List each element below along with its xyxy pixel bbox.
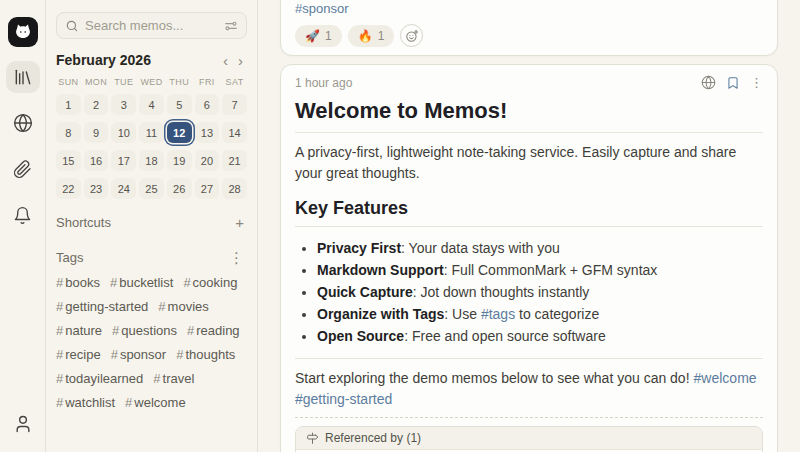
tag-item[interactable]: #welcome <box>125 395 186 410</box>
calendar-day[interactable]: 20 <box>195 150 220 171</box>
calendar-day[interactable]: 22 <box>56 178 81 199</box>
tag-item-label: welcome <box>134 395 185 410</box>
calendar-day[interactable]: 25 <box>139 178 164 199</box>
memo-card: 1 hour ago <box>280 64 778 452</box>
add-reaction-button[interactable] <box>400 24 423 47</box>
hash-icon: # <box>187 323 194 338</box>
calendar-day[interactable]: 26 <box>167 178 192 199</box>
avatar[interactable] <box>8 17 38 47</box>
outro-text: Start exploring the demo memos below to … <box>295 370 690 386</box>
memo-outro: Start exploring the demo memos below to … <box>295 368 763 410</box>
calendar-day[interactable]: 15 <box>56 150 81 171</box>
sidebar-item-explore[interactable] <box>6 107 40 139</box>
calendar-day[interactable]: 7 <box>222 94 247 115</box>
reaction-count: 1 <box>325 29 332 43</box>
library-icon <box>13 67 33 87</box>
feature-text: : Full CommonMark + GFM syntax <box>444 262 658 278</box>
calendar-day[interactable]: 12 <box>167 122 192 143</box>
tag-item[interactable]: #thoughts <box>176 347 235 362</box>
tag-item[interactable]: #movies <box>158 299 208 314</box>
profile-button[interactable] <box>6 408 40 440</box>
calendar-month-label: February 2026 <box>56 52 223 68</box>
hash-icon: # <box>110 275 117 290</box>
calendar-day[interactable]: 13 <box>195 122 220 143</box>
memo-menu-button[interactable]: ⋮ <box>750 75 763 90</box>
tag-item[interactable]: #recipe <box>56 347 101 362</box>
search-filter-icon[interactable] <box>224 19 238 33</box>
feature-name: Quick Capture <box>317 284 413 300</box>
tag-item[interactable]: #questions <box>112 323 177 338</box>
calendar-day[interactable]: 17 <box>111 150 136 171</box>
hash-icon: # <box>153 371 160 386</box>
tag-item-label: getting-started <box>65 299 148 314</box>
more-vertical-icon: ⋮ <box>750 75 763 90</box>
tag-item[interactable]: #getting-started <box>56 299 148 314</box>
tag-item[interactable]: #cooking <box>183 275 237 290</box>
calendar-day[interactable]: 10 <box>111 122 136 143</box>
sidebar-item-memos[interactable] <box>6 61 40 93</box>
nav-rail <box>0 0 46 452</box>
calendar-day[interactable]: 8 <box>56 122 81 143</box>
memo-tag-link[interactable]: #sponsor <box>295 1 348 16</box>
feature-text: to categorize <box>515 306 599 322</box>
feature-text: : Free and open source software <box>404 328 606 344</box>
reaction-pill[interactable]: 🔥1 <box>348 25 395 47</box>
weekday-label: WED <box>139 77 164 87</box>
calendar-day[interactable]: 16 <box>84 150 109 171</box>
memo-timestamp: 1 hour ago <box>295 76 701 90</box>
calendar-day[interactable]: 2 <box>84 94 109 115</box>
calendar-day[interactable]: 1 <box>56 94 81 115</box>
tag-link-getting-started[interactable]: #getting-started <box>295 391 392 407</box>
shortcuts-label: Shortcuts <box>56 215 232 230</box>
calendar-day[interactable]: 19 <box>167 150 192 171</box>
tag-link[interactable]: #tags <box>481 306 515 322</box>
smile-plus-icon <box>405 29 419 43</box>
tags-header: Tags ⋮ <box>56 250 247 265</box>
bookmark-button[interactable] <box>726 76 740 90</box>
tag-item[interactable]: #books <box>56 275 100 290</box>
calendar-day[interactable]: 9 <box>84 122 109 143</box>
feature-text: : Use <box>444 306 481 322</box>
calendar-day[interactable]: 4 <box>139 94 164 115</box>
calendar-day[interactable]: 27 <box>195 178 220 199</box>
tag-item-label: bucketlist <box>119 275 173 290</box>
calendar-day[interactable]: 6 <box>195 94 220 115</box>
referenced-by-box: Referenced by (1) cookie 🍪 The Perfect C… <box>295 426 763 452</box>
calendar-day[interactable]: 23 <box>84 178 109 199</box>
tag-item[interactable]: #todayilearned <box>56 371 143 386</box>
search-box[interactable] <box>56 12 247 39</box>
tag-item[interactable]: #reading <box>187 323 240 338</box>
search-input[interactable] <box>85 18 218 33</box>
sidebar-item-attachments[interactable] <box>6 153 40 185</box>
calendar-day[interactable]: 18 <box>139 150 164 171</box>
visibility-public-button[interactable] <box>701 75 716 90</box>
tags-menu-button[interactable]: ⋮ <box>226 250 247 265</box>
calendar-day[interactable]: 21 <box>222 150 247 171</box>
calendar-day[interactable]: 5 <box>167 94 192 115</box>
tag-item-label: reading <box>196 323 239 338</box>
calendar-day[interactable]: 24 <box>111 178 136 199</box>
tag-item[interactable]: #sponsor <box>111 347 166 362</box>
tag-item[interactable]: #bucketlist <box>110 275 173 290</box>
tag-item[interactable]: #nature <box>56 323 102 338</box>
tag-item-label: todayilearned <box>65 371 143 386</box>
globe-icon <box>13 113 33 133</box>
bell-icon <box>13 206 32 225</box>
tag-item[interactable]: #travel <box>153 371 194 386</box>
tag-link-welcome[interactable]: #welcome <box>694 370 757 386</box>
hash-icon: # <box>176 347 183 362</box>
calendar-next-button[interactable]: › <box>238 53 243 68</box>
weekday-label: SAT <box>222 77 247 87</box>
tag-item[interactable]: #watchlist <box>56 395 115 410</box>
weekday-label: TUE <box>111 77 136 87</box>
calendar-day[interactable]: 28 <box>222 178 247 199</box>
tag-item-label: travel <box>163 371 195 386</box>
calendar-day[interactable]: 3 <box>111 94 136 115</box>
calendar-prev-button[interactable]: ‹ <box>223 53 228 68</box>
reaction-pill[interactable]: 🚀1 <box>295 25 342 47</box>
calendar-day[interactable]: 14 <box>222 122 247 143</box>
weekday-label: FRI <box>195 77 220 87</box>
calendar-day[interactable]: 11 <box>139 122 164 143</box>
sidebar-item-notifications[interactable] <box>6 199 40 231</box>
add-shortcut-button[interactable]: + <box>232 215 247 230</box>
